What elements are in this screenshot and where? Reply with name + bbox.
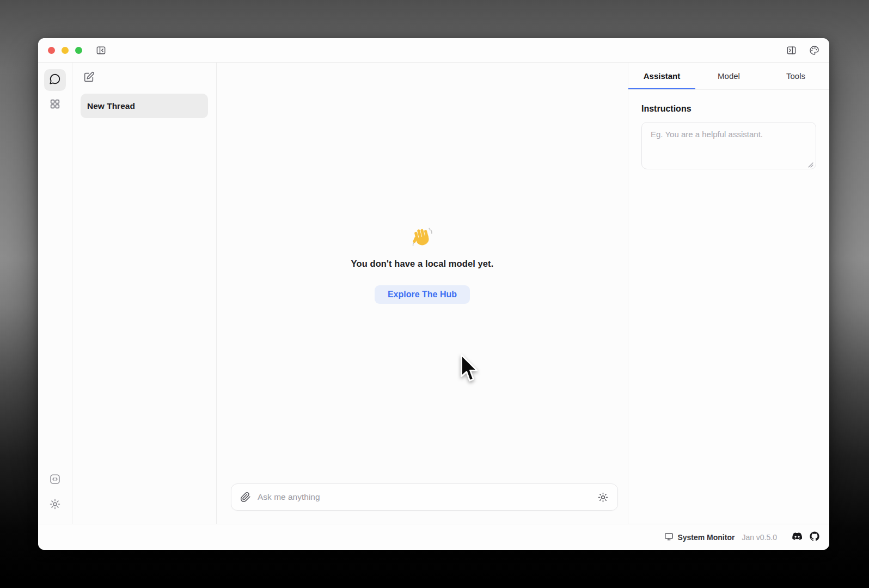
explore-hub-button[interactable]: Explore The Hub bbox=[375, 285, 470, 304]
empty-state: You don't have a local model yet. Explor… bbox=[217, 226, 628, 304]
thread-title: New Thread bbox=[87, 101, 135, 111]
chat-input-bar[interactable] bbox=[231, 483, 618, 511]
app-body: New Thread bbox=[38, 63, 829, 524]
sidebar-item-local-api[interactable] bbox=[44, 469, 66, 491]
system-monitor-label: System Monitor bbox=[677, 533, 735, 542]
minimize-button[interactable] bbox=[62, 47, 69, 54]
thread-list-panel: New Thread bbox=[72, 63, 217, 524]
main-chat-area: You don't have a local model yet. Explor… bbox=[217, 63, 628, 524]
panel-right-open-icon[interactable] bbox=[786, 45, 797, 56]
right-panel-tabs: Assistant Model Tools bbox=[628, 63, 829, 90]
grid-icon bbox=[49, 98, 61, 112]
code-square-icon bbox=[49, 473, 61, 487]
social-links bbox=[792, 531, 819, 543]
system-monitor-button[interactable]: System Monitor bbox=[664, 532, 735, 543]
right-panel: Assistant Model Tools Instructions bbox=[628, 63, 829, 524]
sidebar-item-hub[interactable] bbox=[44, 94, 66, 116]
paperclip-icon[interactable] bbox=[240, 492, 251, 503]
mouse-cursor bbox=[459, 353, 479, 384]
message-input[interactable] bbox=[258, 492, 597, 502]
input-gear-icon[interactable] bbox=[597, 492, 609, 503]
rail-bottom bbox=[44, 469, 66, 516]
square-pen-icon bbox=[83, 71, 95, 85]
tab-tools[interactable]: Tools bbox=[762, 63, 829, 89]
close-button[interactable] bbox=[48, 47, 55, 54]
github-icon[interactable] bbox=[810, 531, 819, 543]
palette-icon[interactable] bbox=[809, 45, 819, 56]
waving-hand-icon bbox=[411, 226, 434, 250]
assistant-tab-content: Instructions bbox=[628, 90, 829, 186]
gear-icon bbox=[49, 498, 61, 512]
traffic-lights bbox=[48, 47, 82, 54]
new-thread-button[interactable] bbox=[82, 71, 96, 85]
empty-state-message: You don't have a local model yet. bbox=[351, 259, 494, 269]
titlebar bbox=[38, 38, 829, 63]
zoom-button[interactable] bbox=[75, 47, 82, 54]
left-rail bbox=[38, 63, 72, 524]
instructions-textarea[interactable] bbox=[641, 122, 816, 169]
tab-assistant[interactable]: Assistant bbox=[628, 63, 695, 89]
instructions-label: Instructions bbox=[641, 104, 816, 114]
sidebar-item-threads[interactable] bbox=[44, 69, 66, 91]
tab-model[interactable]: Model bbox=[695, 63, 762, 89]
titlebar-right-icons bbox=[786, 45, 819, 56]
sidebar-item-settings[interactable] bbox=[44, 494, 66, 516]
discord-icon[interactable] bbox=[792, 531, 802, 543]
panel-left-close-icon[interactable] bbox=[95, 45, 106, 56]
chat-bubble-icon bbox=[49, 73, 61, 87]
thread-list-item[interactable]: New Thread bbox=[81, 94, 208, 118]
statusbar: System Monitor Jan v0.5.0 bbox=[38, 524, 829, 550]
resize-handle-icon[interactable] bbox=[808, 162, 813, 168]
monitor-icon bbox=[664, 532, 674, 543]
app-version: Jan v0.5.0 bbox=[742, 533, 777, 542]
jan-app-window: New Thread bbox=[38, 38, 829, 550]
